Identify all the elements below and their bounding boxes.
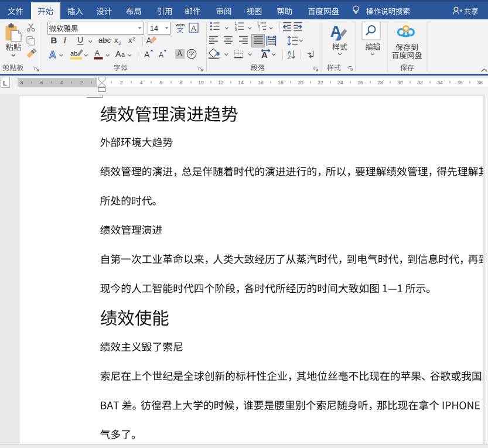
svg-text:18: 18 xyxy=(278,80,284,86)
svg-text:A: A xyxy=(49,50,56,60)
svg-text:32: 32 xyxy=(417,80,423,86)
svg-text:2: 2 xyxy=(118,40,121,46)
svg-text:i: i xyxy=(260,28,260,32)
svg-text:x: x xyxy=(128,36,132,45)
svg-text:A: A xyxy=(159,51,163,59)
svg-text:2: 2 xyxy=(80,80,83,86)
svg-text:2: 2 xyxy=(120,80,123,86)
svg-text:A: A xyxy=(144,50,150,59)
svg-text:12: 12 xyxy=(218,80,224,86)
svg-text:6: 6 xyxy=(160,80,163,86)
svg-text:14: 14 xyxy=(238,80,244,86)
svg-text:24: 24 xyxy=(337,80,343,86)
svg-text:26: 26 xyxy=(357,80,363,86)
svg-text:4: 4 xyxy=(140,80,143,86)
svg-text:B: B xyxy=(51,35,57,45)
svg-text:4: 4 xyxy=(60,80,63,86)
svg-text:a: a xyxy=(121,51,125,58)
svg-text:38: 38 xyxy=(477,80,483,86)
svg-text:34: 34 xyxy=(437,80,443,86)
svg-text:A: A xyxy=(95,49,100,57)
svg-text:8: 8 xyxy=(21,80,23,86)
svg-text:A: A xyxy=(191,25,196,33)
svg-text:30: 30 xyxy=(397,80,403,86)
svg-text:8: 8 xyxy=(180,80,183,86)
svg-text:A: A xyxy=(115,49,121,59)
svg-text:ab: ab xyxy=(70,50,77,57)
svg-text:6: 6 xyxy=(40,80,43,86)
svg-text:I: I xyxy=(63,35,67,45)
svg-text:36: 36 xyxy=(457,80,463,86)
svg-text:22: 22 xyxy=(318,80,323,86)
svg-text:U: U xyxy=(77,35,83,45)
svg-text:10: 10 xyxy=(198,80,204,86)
svg-text:x: x xyxy=(114,36,118,45)
svg-text:28: 28 xyxy=(377,80,383,86)
svg-text:L: L xyxy=(3,80,7,87)
svg-text:20: 20 xyxy=(298,80,303,86)
svg-text:Z: Z xyxy=(288,54,291,60)
svg-text:3: 3 xyxy=(235,28,237,32)
svg-text:16: 16 xyxy=(258,80,264,86)
svg-text:2: 2 xyxy=(132,36,135,42)
svg-text:wén: wén xyxy=(175,22,185,28)
